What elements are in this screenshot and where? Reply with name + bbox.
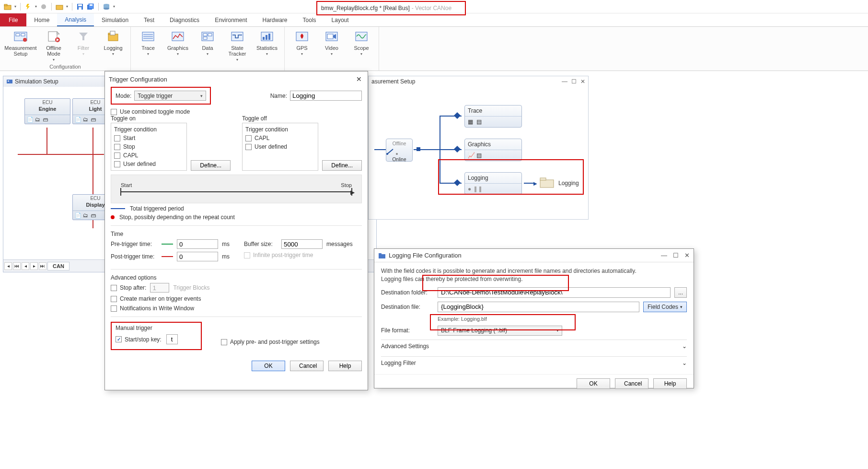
- next-button[interactable]: ▸: [30, 262, 38, 270]
- capl-checkbox[interactable]: CAPL: [114, 152, 184, 159]
- ritem-trace[interactable]: Trace▾: [134, 28, 162, 63]
- title-highlight: bmw_ReplayBlock.cfg * [Real Bus] - Vecto…: [316, 1, 466, 15]
- ecu-engine[interactable]: ECU Engine 📄🗂🗃: [24, 98, 70, 124]
- help-button[interactable]: Help: [653, 378, 687, 389]
- maximize-icon[interactable]: ☐: [673, 252, 679, 259]
- close-icon[interactable]: ✕: [354, 74, 364, 84]
- first-button[interactable]: ⏮: [13, 262, 21, 270]
- create-marker-checkbox[interactable]: Create marker on trigger events: [111, 295, 362, 302]
- dropdown-icon[interactable]: ▾: [35, 4, 37, 9]
- maximize-icon[interactable]: ☐: [571, 78, 577, 85]
- stop-after-checkbox[interactable]: Stop after:: [111, 284, 146, 291]
- graphics-node[interactable]: Graphics 📈▤: [464, 139, 522, 161]
- tab-layout[interactable]: Layout: [324, 13, 357, 26]
- minimize-icon[interactable]: —: [661, 252, 667, 259]
- tab-analysis[interactable]: Analysis: [57, 13, 94, 26]
- logging-filter-expander[interactable]: Logging Filter⌄: [381, 356, 687, 369]
- minimize-icon[interactable]: —: [562, 78, 567, 85]
- ritem-offline-mode[interactable]: Offline Mode▾: [39, 28, 68, 63]
- dropdown-icon[interactable]: ▾: [14, 4, 16, 9]
- tab-file[interactable]: File: [0, 13, 26, 26]
- stop-checkbox[interactable]: Stop: [114, 143, 184, 150]
- prev-button[interactable]: ◂: [22, 262, 29, 270]
- dropdown-icon[interactable]: ▾: [113, 4, 115, 9]
- ribbon-tabs: File Home Analysis Simulation Test Diagn…: [0, 13, 868, 27]
- apply-preposttrigger-checkbox[interactable]: Apply pre- and post-trigger settings: [221, 339, 320, 345]
- field-codes-button[interactable]: Field Codes▾: [643, 302, 687, 312]
- start-checkbox[interactable]: Start: [114, 135, 184, 141]
- svg-rect-39: [268, 34, 270, 40]
- tab-home[interactable]: Home: [26, 13, 57, 26]
- stop-after-input[interactable]: [150, 283, 169, 293]
- ritem-state-tracker[interactable]: State Tracker▾: [223, 28, 252, 63]
- capl-off-checkbox[interactable]: CAPL: [245, 135, 315, 141]
- trace-node[interactable]: Trace ▦▤: [464, 105, 522, 128]
- name-input[interactable]: [290, 91, 362, 101]
- ritem-measurement-setup[interactable]: Measurement Setup: [3, 28, 38, 63]
- notifications-checkbox[interactable]: Notifications in Write Window: [111, 305, 362, 312]
- help-button[interactable]: Help: [328, 361, 362, 371]
- ritem-data[interactable]: Data▾: [193, 28, 222, 63]
- tab-test[interactable]: Test: [136, 13, 162, 26]
- record-icon[interactable]: [40, 3, 47, 11]
- scroll-left-button[interactable]: ◂: [4, 262, 12, 270]
- ritem-scope[interactable]: Scope▾: [347, 28, 376, 57]
- tab-can[interactable]: CAN: [47, 262, 69, 270]
- pretrigger-input[interactable]: [177, 239, 218, 249]
- db-icon: 🗃: [42, 117, 48, 122]
- mode-label: Mode:: [116, 93, 131, 99]
- ritem-video[interactable]: Video▾: [317, 28, 346, 57]
- cancel-button[interactable]: Cancel: [615, 378, 648, 389]
- advanced-settings-expander[interactable]: Advanced Settings⌄: [381, 340, 687, 352]
- define-on-button[interactable]: Define...: [191, 160, 231, 171]
- folder-icon[interactable]: [56, 3, 63, 11]
- ritem-statistics[interactable]: Statistics▾: [253, 28, 281, 63]
- tab-tools[interactable]: Tools: [295, 13, 324, 26]
- browse-button[interactable]: ...: [674, 287, 687, 298]
- ok-button[interactable]: OK: [252, 361, 285, 371]
- close-icon[interactable]: ✕: [684, 252, 690, 259]
- svg-rect-37: [263, 37, 265, 40]
- ok-button[interactable]: OK: [577, 378, 610, 389]
- tab-diagnostics[interactable]: Diagnostics: [162, 13, 207, 26]
- connector: [374, 149, 386, 150]
- last-button[interactable]: ⏭: [39, 262, 46, 270]
- define-off-button[interactable]: Define...: [322, 160, 362, 171]
- save-all-icon[interactable]: [87, 3, 94, 11]
- video-icon: [324, 29, 339, 44]
- svg-point-49: [396, 153, 398, 155]
- mode-select[interactable]: Toggle trigger▾: [134, 91, 206, 101]
- time-section-label: Time: [111, 231, 362, 237]
- posttrigger-input[interactable]: [177, 252, 218, 261]
- startstop-key-checkbox[interactable]: Start/stop key:: [116, 336, 162, 343]
- toggle-on-options: Trigger condition Start Stop CAPL User d…: [111, 123, 187, 171]
- ritem-graphics[interactable]: Graphics▾: [163, 28, 192, 63]
- dropdown-icon[interactable]: ▾: [66, 4, 68, 9]
- tab-hardware[interactable]: Hardware: [255, 13, 295, 26]
- gps-icon: [294, 29, 310, 44]
- dialog-title: Trigger Configuration: [109, 76, 167, 83]
- folder-open-icon[interactable]: [4, 3, 12, 11]
- ritem-filter[interactable]: Filter▾: [69, 28, 98, 63]
- ritem-logging[interactable]: Logging▾: [99, 28, 127, 63]
- startstop-key-input[interactable]: [166, 334, 178, 344]
- database-icon[interactable]: [103, 3, 110, 11]
- userdef-checkbox[interactable]: User defined: [114, 161, 184, 167]
- file-input[interactable]: [438, 302, 639, 312]
- cancel-button[interactable]: Cancel: [290, 361, 324, 371]
- sheet-icon: ▦: [468, 118, 475, 125]
- buffer-input[interactable]: [281, 239, 323, 249]
- offline-online-node[interactable]: Offline Online: [386, 139, 413, 162]
- dash-icon: [162, 256, 173, 257]
- tab-simulation[interactable]: Simulation: [94, 13, 136, 26]
- lightning-icon[interactable]: [24, 3, 32, 11]
- combined-toggle-checkbox[interactable]: Use combined toggle mode: [111, 108, 362, 115]
- userdef-off-checkbox[interactable]: User defined: [245, 143, 315, 150]
- ritem-gps[interactable]: GPS▾: [288, 28, 316, 57]
- chevron-down-icon: ▾: [680, 305, 683, 309]
- tab-environment[interactable]: Environment: [207, 13, 255, 26]
- infinite-post-checkbox[interactable]: Infinite post-trigger time: [244, 252, 353, 258]
- trigger-condition-label: Trigger condition: [114, 126, 184, 133]
- save-icon[interactable]: [76, 3, 84, 11]
- close-icon[interactable]: ✕: [580, 78, 585, 85]
